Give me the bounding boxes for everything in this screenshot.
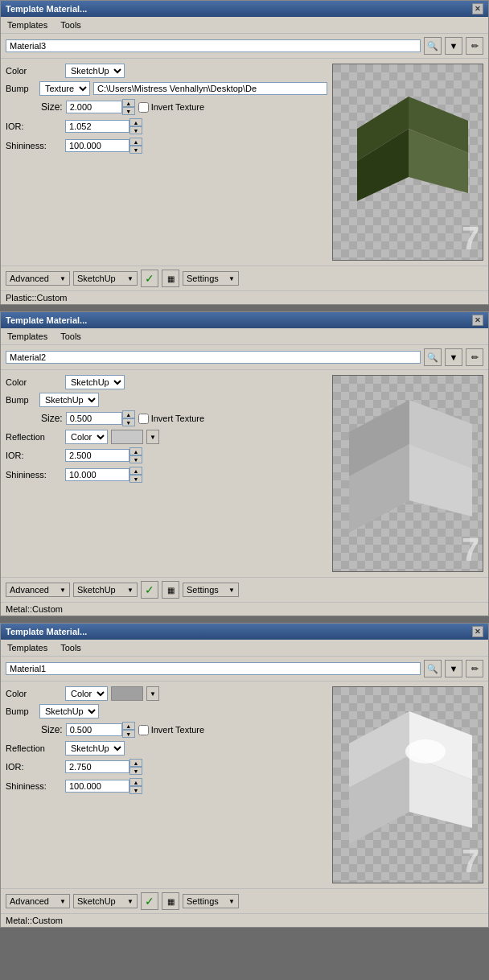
ior-spinner-2: ▲ ▼ [65, 447, 142, 463]
sketchup-dropdown-1[interactable]: SketchUp ▼ [73, 271, 138, 286]
size-down-3[interactable]: ▼ [122, 730, 135, 738]
shininess-down-1[interactable]: ▼ [129, 146, 142, 154]
bump-mode-select-1[interactable]: Texture [39, 81, 90, 96]
shininess-down-2[interactable]: ▼ [129, 475, 142, 483]
shininess-up-1[interactable]: ▲ [129, 138, 142, 146]
search-button-1[interactable]: 🔍 [424, 37, 442, 55]
advanced-dropdown-1[interactable]: Advanced ▼ [6, 271, 70, 286]
settings-dropdown-1[interactable]: Settings ▼ [183, 271, 239, 286]
material-name-input-2[interactable] [6, 351, 421, 364]
size-input-3[interactable] [66, 723, 122, 736]
material-name-input-3[interactable] [6, 662, 421, 675]
material-name-input-1[interactable] [6, 39, 421, 52]
color-mode-select-1[interactable]: SketchUp [65, 64, 125, 78]
reflection-mode-select-2[interactable]: Color [65, 430, 108, 444]
ior-up-2[interactable]: ▲ [129, 447, 142, 455]
menu-tools-1[interactable]: Tools [57, 19, 84, 31]
size-input-1[interactable] [66, 101, 122, 113]
dropdown-button-3[interactable]: ▼ [445, 660, 462, 677]
svg-text:7: 7 [462, 532, 479, 567]
panel-2-close-button[interactable]: ✕ [472, 315, 483, 326]
ior-up-3[interactable]: ▲ [129, 759, 142, 767]
color-mode-select-3[interactable]: Color [65, 686, 108, 701]
render-button-2[interactable]: ▦ [162, 581, 179, 599]
menu-templates-2[interactable]: Templates [4, 330, 51, 343]
shininess-row-3: Shininess: ▲ ▼ [6, 778, 327, 794]
panel-1-title: Template Material... [6, 4, 87, 14]
shininess-up-2[interactable]: ▲ [129, 467, 142, 475]
invert-checkbox-2[interactable] [138, 414, 149, 424]
bump-row-1: Bump Texture [6, 81, 327, 96]
shininess-up-3[interactable]: ▲ [129, 778, 142, 786]
shininess-input-3[interactable] [65, 780, 129, 793]
shininess-label-2: Shininess: [6, 470, 62, 480]
dropdown-button-1[interactable]: ▼ [445, 37, 462, 55]
ior-input-2[interactable] [65, 449, 129, 462]
edit-button-2[interactable]: ✏ [466, 348, 483, 366]
size-up-2[interactable]: ▲ [122, 410, 135, 418]
reflection-swatch-2[interactable] [111, 430, 143, 444]
ior-up-1[interactable]: ▲ [129, 118, 142, 126]
settings-dropdown-3[interactable]: Settings ▼ [183, 894, 239, 908]
sketchup-dropdown-3[interactable]: SketchUp ▼ [73, 894, 138, 908]
settings-dropdown-2[interactable]: Settings ▼ [183, 583, 239, 597]
advanced-arrow-3: ▼ [60, 898, 66, 905]
bump-mode-select-2[interactable]: SketchUp [39, 393, 99, 407]
ior-spinner-1: ▲ ▼ [65, 118, 142, 134]
sketchup-dropdown-2[interactable]: SketchUp ▼ [73, 583, 138, 597]
menu-templates-1[interactable]: Templates [4, 19, 51, 31]
menu-tools-2[interactable]: Tools [57, 330, 84, 343]
panel-2-bottombar: Advanced ▼ SketchUp ▼ ✓ ▦ Settings ▼ [1, 577, 488, 602]
color-swatch-btn-3[interactable]: ▼ [146, 686, 159, 701]
color-swatch-3[interactable] [111, 686, 143, 701]
reflection-mode-select-3[interactable]: SketchUp [65, 741, 125, 756]
panel-1-close-button[interactable]: ✕ [472, 3, 483, 14]
bump-mode-select-3[interactable]: SketchUp [39, 704, 99, 719]
render-button-3[interactable]: ▦ [162, 892, 179, 910]
ior-input-1[interactable] [65, 120, 129, 133]
settings-arrow-3: ▼ [228, 898, 235, 905]
shininess-input-1[interactable] [65, 139, 129, 152]
shininess-spinner-3: ▲ ▼ [65, 778, 142, 794]
search-button-3[interactable]: 🔍 [424, 660, 442, 677]
edit-button-1[interactable]: ✏ [466, 37, 483, 55]
invert-label-1: Invert Texture [138, 102, 204, 113]
color-label-3: Color [6, 689, 62, 698]
panel-1: Template Material... ✕ Templates Tools 🔍… [0, 0, 489, 305]
shininess-spinner-btns-1: ▲ ▼ [129, 138, 142, 154]
edit-button-3[interactable]: ✏ [466, 660, 483, 677]
menu-templates-3[interactable]: Templates [4, 641, 51, 654]
bump-path-input-1[interactable] [93, 82, 327, 95]
size-down-1[interactable]: ▼ [122, 107, 135, 115]
reflection-swatch-btn-2[interactable]: ▼ [146, 430, 159, 444]
panel-3-close-button[interactable]: ✕ [472, 626, 483, 637]
panel-1-content: Color SketchUp Bump Texture Size: [1, 59, 488, 266]
advanced-dropdown-2[interactable]: Advanced ▼ [6, 583, 70, 597]
shininess-input-2[interactable] [65, 468, 129, 481]
bump-label-1: Bump [6, 84, 36, 93]
panel-2-title: Template Material... [6, 315, 87, 325]
accept-button-2[interactable]: ✓ [141, 581, 158, 599]
invert-checkbox-1[interactable] [138, 102, 149, 113]
ior-down-3[interactable]: ▼ [129, 767, 142, 775]
shininess-down-3[interactable]: ▼ [129, 786, 142, 794]
reflection-row-3: Reflection SketchUp [6, 741, 327, 756]
menu-tools-3[interactable]: Tools [57, 641, 84, 654]
settings-label-3: Settings [187, 896, 219, 906]
size-down-2[interactable]: ▼ [122, 418, 135, 426]
search-button-2[interactable]: 🔍 [424, 348, 442, 366]
size-up-1[interactable]: ▲ [122, 99, 135, 107]
ior-down-1[interactable]: ▼ [129, 126, 142, 134]
ior-down-2[interactable]: ▼ [129, 455, 142, 463]
accept-button-1[interactable]: ✓ [141, 270, 158, 287]
render-button-1[interactable]: ▦ [162, 270, 179, 287]
color-mode-select-2[interactable]: SketchUp [65, 375, 125, 389]
size-up-3[interactable]: ▲ [122, 722, 135, 730]
ior-input-3[interactable] [65, 760, 129, 773]
panel-2-status: Metal::Custom [1, 602, 488, 616]
advanced-dropdown-3[interactable]: Advanced ▼ [6, 894, 70, 908]
accept-button-3[interactable]: ✓ [141, 892, 158, 910]
size-input-2[interactable] [66, 412, 122, 425]
invert-checkbox-3[interactable] [138, 725, 149, 735]
dropdown-button-2[interactable]: ▼ [445, 348, 462, 366]
